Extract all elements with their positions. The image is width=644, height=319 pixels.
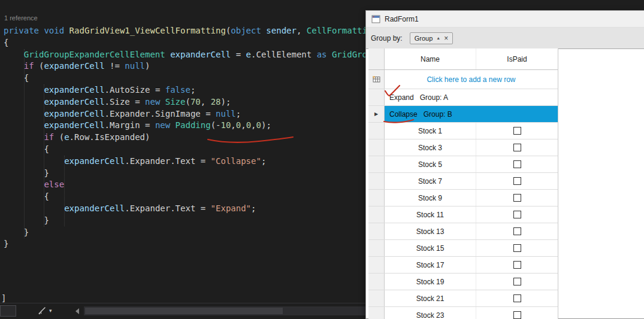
form-icon bbox=[371, 15, 380, 23]
radform-window: RadForm1 Group by: Group ▲ × Name IsPaid bbox=[365, 10, 644, 319]
ispaid-checkbox[interactable] bbox=[513, 144, 521, 151]
row-indicator-cell: ▶ bbox=[368, 106, 385, 122]
grid-rows: Stock 1Stock 3Stock 5Stock 7Stock 9Stock… bbox=[368, 123, 558, 319]
indent-guide bbox=[64, 156, 65, 226]
group-label: Group: A bbox=[420, 93, 448, 102]
group-expander-button[interactable]: Collapse bbox=[389, 110, 418, 119]
row-indicator-cell bbox=[368, 240, 385, 256]
close-icon[interactable]: × bbox=[444, 35, 448, 42]
ispaid-cell bbox=[476, 139, 558, 156]
row-indicator-cell bbox=[368, 290, 385, 306]
row-indicator-cell bbox=[368, 139, 385, 156]
ispaid-cell bbox=[476, 307, 558, 319]
row-indicator-cell bbox=[368, 223, 385, 239]
ispaid-cell bbox=[476, 190, 558, 206]
stock-name-cell[interactable]: Stock 5 bbox=[385, 156, 476, 172]
table-row[interactable]: Stock 5 bbox=[368, 156, 558, 173]
window-titlebar[interactable]: RadForm1 bbox=[366, 11, 644, 28]
stock-name-cell[interactable]: Stock 17 bbox=[385, 257, 476, 273]
group-row-b[interactable]: ▶ Collapse Group: B bbox=[368, 106, 558, 123]
ispaid-cell bbox=[476, 173, 558, 189]
ispaid-cell bbox=[476, 240, 558, 256]
row-indicator-cell bbox=[368, 274, 385, 290]
ispaid-checkbox[interactable] bbox=[513, 194, 521, 202]
ispaid-checkbox[interactable] bbox=[513, 278, 521, 285]
indent-guide bbox=[24, 49, 25, 238]
group-chip-label: Group bbox=[415, 35, 433, 42]
stock-name-cell[interactable]: Stock 1 bbox=[385, 123, 476, 139]
row-indicator-cell bbox=[368, 156, 385, 172]
row-indicator-cell bbox=[368, 206, 385, 223]
code-cleanup-button[interactable]: ▾ bbox=[37, 306, 52, 315]
ispaid-checkbox[interactable] bbox=[513, 294, 521, 302]
table-row[interactable]: Stock 17 bbox=[368, 257, 558, 274]
table-row[interactable]: Stock 11 bbox=[368, 206, 558, 223]
rad-grid-view: Name IsPaid Click here to add a new row … bbox=[368, 48, 558, 319]
table-row[interactable]: Stock 21 bbox=[368, 290, 558, 307]
group-chip[interactable]: Group ▲ × bbox=[410, 32, 453, 44]
row-indicator-cell bbox=[368, 173, 385, 189]
broom-icon bbox=[37, 306, 47, 315]
table-row[interactable]: Stock 7 bbox=[368, 173, 558, 190]
ispaid-checkbox[interactable] bbox=[513, 127, 521, 135]
column-header-ispaid[interactable]: IsPaid bbox=[476, 48, 558, 69]
new-row-indicator-cell bbox=[368, 70, 385, 89]
stock-name-cell[interactable]: Stock 23 bbox=[385, 307, 476, 319]
ispaid-cell bbox=[476, 156, 558, 172]
table-row[interactable]: Stock 23 bbox=[368, 307, 558, 319]
ispaid-checkbox[interactable] bbox=[513, 211, 521, 218]
screen: 1 reference private void RadGridView1_Vi… bbox=[0, 0, 644, 319]
row-indicator-cell bbox=[368, 123, 385, 139]
stock-name-cell[interactable]: Stock 15 bbox=[385, 240, 476, 256]
stock-name-cell[interactable]: Stock 9 bbox=[385, 190, 476, 206]
table-row[interactable]: Stock 15 bbox=[368, 240, 558, 257]
row-indicator-cell bbox=[368, 257, 385, 273]
table-row[interactable]: Stock 3 bbox=[368, 139, 558, 156]
ispaid-cell bbox=[476, 257, 558, 273]
add-new-row[interactable]: Click here to add a new row bbox=[368, 70, 558, 89]
stock-name-cell[interactable]: Stock 21 bbox=[385, 290, 476, 306]
grid-header: Name IsPaid bbox=[368, 48, 558, 70]
row-indicator-cell bbox=[368, 307, 385, 319]
group-by-label: Group by: bbox=[371, 34, 403, 42]
table-row[interactable]: Stock 19 bbox=[368, 274, 558, 290]
group-label: Group: B bbox=[424, 110, 452, 119]
ispaid-checkbox[interactable] bbox=[513, 261, 521, 269]
chevron-down-icon: ▾ bbox=[49, 308, 52, 314]
row-indicator-cell bbox=[368, 89, 385, 105]
window-title: RadForm1 bbox=[385, 15, 419, 23]
group-by-panel: Group by: Group ▲ × bbox=[366, 28, 644, 49]
codelens-references[interactable]: 1 reference bbox=[4, 14, 38, 22]
group-expander-button[interactable]: Expand bbox=[389, 93, 414, 102]
scrollbar-thumb[interactable] bbox=[85, 308, 283, 314]
stock-name-cell[interactable]: Stock 11 bbox=[385, 206, 476, 223]
header-indicator-cell bbox=[368, 48, 385, 69]
ispaid-checkbox[interactable] bbox=[513, 311, 521, 319]
stock-name-cell[interactable]: Stock 3 bbox=[385, 139, 476, 156]
ispaid-checkbox[interactable] bbox=[513, 177, 521, 185]
stock-name-cell[interactable]: Stock 7 bbox=[385, 173, 476, 189]
row-indicator-cell bbox=[368, 190, 385, 206]
ispaid-checkbox[interactable] bbox=[513, 227, 521, 235]
indent-guide bbox=[44, 84, 44, 227]
group-row-a[interactable]: Expand Group: A bbox=[368, 89, 558, 106]
add-new-row-link[interactable]: Click here to add a new row bbox=[385, 70, 558, 89]
current-row-arrow-icon: ▶ bbox=[374, 111, 378, 117]
table-row[interactable]: Stock 9 bbox=[368, 190, 558, 206]
table-row[interactable]: Stock 1 bbox=[368, 123, 558, 139]
ispaid-checkbox[interactable] bbox=[513, 160, 521, 168]
column-header-name[interactable]: Name bbox=[385, 48, 476, 69]
stock-name-cell[interactable]: Stock 19 bbox=[385, 274, 476, 290]
ispaid-cell bbox=[476, 223, 558, 239]
new-row-icon bbox=[372, 75, 381, 84]
code-fragment: ] bbox=[1, 293, 6, 303]
scrollbar-gripper[interactable] bbox=[0, 305, 16, 317]
ispaid-checkbox[interactable] bbox=[513, 244, 521, 252]
table-row[interactable]: Stock 13 bbox=[368, 223, 558, 240]
sort-asc-icon[interactable]: ▲ bbox=[436, 36, 440, 40]
ispaid-cell bbox=[476, 206, 558, 223]
ispaid-cell bbox=[476, 290, 558, 306]
ispaid-cell bbox=[476, 123, 558, 139]
scrollbar-left-arrow[interactable] bbox=[75, 308, 79, 314]
stock-name-cell[interactable]: Stock 13 bbox=[385, 223, 476, 239]
